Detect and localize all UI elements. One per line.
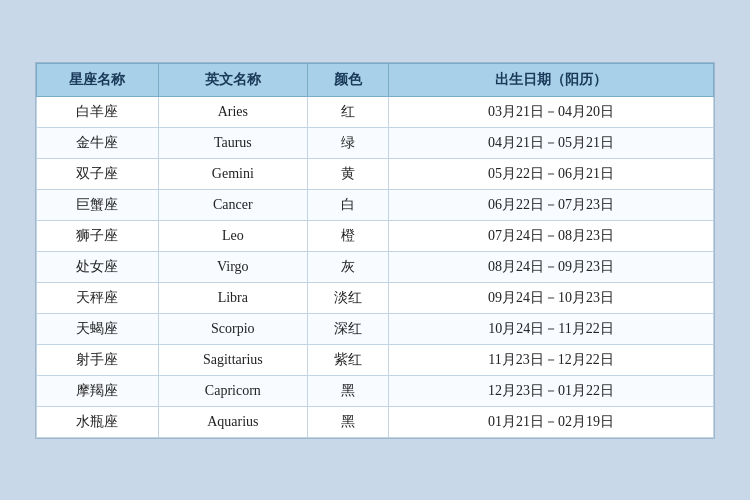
cell-color: 绿 — [307, 127, 388, 158]
cell-english: Aries — [158, 96, 307, 127]
cell-date: 03月21日－04月20日 — [389, 96, 714, 127]
cell-english: Taurus — [158, 127, 307, 158]
zodiac-table: 星座名称 英文名称 颜色 出生日期（阳历） 白羊座Aries红03月21日－04… — [36, 63, 714, 438]
cell-date: 06月22日－07月23日 — [389, 189, 714, 220]
table-row: 处女座Virgo灰08月24日－09月23日 — [37, 251, 714, 282]
cell-chinese: 金牛座 — [37, 127, 159, 158]
header-english: 英文名称 — [158, 63, 307, 96]
cell-color: 紫红 — [307, 344, 388, 375]
cell-english: Gemini — [158, 158, 307, 189]
cell-english: Virgo — [158, 251, 307, 282]
cell-color: 红 — [307, 96, 388, 127]
cell-color: 黑 — [307, 406, 388, 437]
table-row: 射手座Sagittarius紫红11月23日－12月22日 — [37, 344, 714, 375]
cell-english: Scorpio — [158, 313, 307, 344]
cell-date: 10月24日－11月22日 — [389, 313, 714, 344]
cell-english: Sagittarius — [158, 344, 307, 375]
table-body: 白羊座Aries红03月21日－04月20日金牛座Taurus绿04月21日－0… — [37, 96, 714, 437]
header-color: 颜色 — [307, 63, 388, 96]
cell-chinese: 水瓶座 — [37, 406, 159, 437]
cell-chinese: 处女座 — [37, 251, 159, 282]
cell-chinese: 射手座 — [37, 344, 159, 375]
header-date: 出生日期（阳历） — [389, 63, 714, 96]
cell-english: Aquarius — [158, 406, 307, 437]
cell-english: Leo — [158, 220, 307, 251]
cell-date: 12月23日－01月22日 — [389, 375, 714, 406]
table-row: 狮子座Leo橙07月24日－08月23日 — [37, 220, 714, 251]
table-row: 摩羯座Capricorn黑12月23日－01月22日 — [37, 375, 714, 406]
cell-chinese: 天秤座 — [37, 282, 159, 313]
cell-chinese: 白羊座 — [37, 96, 159, 127]
table-row: 巨蟹座Cancer白06月22日－07月23日 — [37, 189, 714, 220]
cell-date: 08月24日－09月23日 — [389, 251, 714, 282]
cell-chinese: 巨蟹座 — [37, 189, 159, 220]
cell-chinese: 天蝎座 — [37, 313, 159, 344]
cell-date: 09月24日－10月23日 — [389, 282, 714, 313]
zodiac-table-container: 星座名称 英文名称 颜色 出生日期（阳历） 白羊座Aries红03月21日－04… — [35, 62, 715, 439]
cell-color: 橙 — [307, 220, 388, 251]
cell-date: 01月21日－02月19日 — [389, 406, 714, 437]
table-row: 白羊座Aries红03月21日－04月20日 — [37, 96, 714, 127]
cell-date: 11月23日－12月22日 — [389, 344, 714, 375]
cell-english: Capricorn — [158, 375, 307, 406]
cell-chinese: 双子座 — [37, 158, 159, 189]
table-row: 双子座Gemini黄05月22日－06月21日 — [37, 158, 714, 189]
cell-color: 深红 — [307, 313, 388, 344]
cell-color: 淡红 — [307, 282, 388, 313]
table-row: 天蝎座Scorpio深红10月24日－11月22日 — [37, 313, 714, 344]
table-header-row: 星座名称 英文名称 颜色 出生日期（阳历） — [37, 63, 714, 96]
table-row: 天秤座Libra淡红09月24日－10月23日 — [37, 282, 714, 313]
cell-date: 07月24日－08月23日 — [389, 220, 714, 251]
cell-chinese: 摩羯座 — [37, 375, 159, 406]
cell-date: 05月22日－06月21日 — [389, 158, 714, 189]
cell-english: Cancer — [158, 189, 307, 220]
cell-chinese: 狮子座 — [37, 220, 159, 251]
table-row: 金牛座Taurus绿04月21日－05月21日 — [37, 127, 714, 158]
cell-date: 04月21日－05月21日 — [389, 127, 714, 158]
cell-color: 白 — [307, 189, 388, 220]
cell-color: 黑 — [307, 375, 388, 406]
cell-color: 黄 — [307, 158, 388, 189]
table-row: 水瓶座Aquarius黑01月21日－02月19日 — [37, 406, 714, 437]
cell-color: 灰 — [307, 251, 388, 282]
cell-english: Libra — [158, 282, 307, 313]
header-chinese: 星座名称 — [37, 63, 159, 96]
